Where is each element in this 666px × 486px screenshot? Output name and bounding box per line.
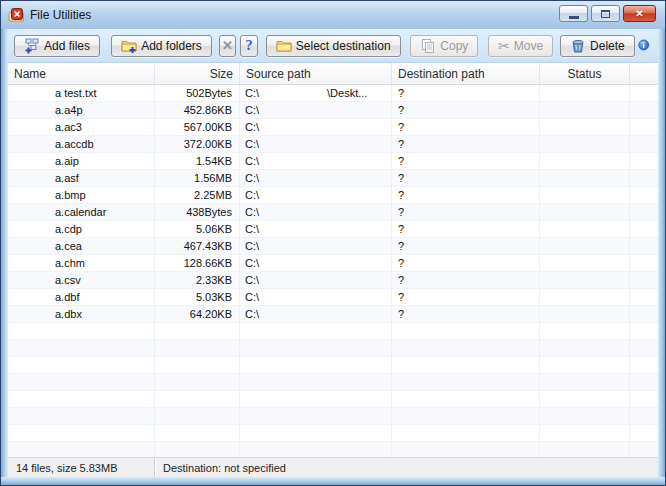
table-row[interactable]: a.dbf 5.03KB C:\ ? [8,289,658,306]
file-name-cell: a.dbx [8,306,155,322]
file-name-cell [8,442,155,457]
table-row[interactable]: a.calendar 438Bytes C:\ ? [8,204,658,221]
filler-cell [630,85,658,101]
move-button[interactable]: ✂ Move [488,35,553,57]
maximize-icon [601,10,610,18]
destination-path-cell [392,374,540,390]
empty-row[interactable] [8,374,658,391]
copy-button[interactable]: Copy [410,35,478,57]
source-path-cell [240,408,392,424]
statusbar: 14 files, size 5.83MB Destination: not s… [8,457,658,477]
move-label: Move [514,39,543,53]
file-size-cell: 567.00KB [155,119,240,135]
destination-path-cell: ? [392,204,540,220]
scissors-icon: ✂ [498,39,510,53]
status-cell [540,85,630,101]
table-row[interactable]: a test.txt 502Bytes C:\\Deskt... ? [8,85,658,102]
table-row[interactable]: a.cea 467.43KB C:\ ? [8,238,658,255]
add-folders-button[interactable]: Add folders [111,35,212,57]
status-cell [540,119,630,135]
filler-cell [630,306,658,322]
empty-row[interactable] [8,391,658,408]
file-name-cell [8,425,155,441]
table-row[interactable]: a.chm 128.66KB C:\ ? [8,255,658,272]
column-header-status[interactable]: Status [540,63,630,84]
file-size-cell [155,408,240,424]
file-name-cell: a.csv [8,272,155,288]
empty-row[interactable] [8,425,658,442]
titlebar[interactable]: File Utilities ✕ [1,1,665,29]
minimize-icon [569,16,579,19]
destination-path-cell [392,323,540,339]
destination-path-cell: ? [392,255,540,271]
filler-cell [630,272,658,288]
help-icon: ? [245,38,253,53]
file-name-cell: a.cdp [8,221,155,237]
column-header-size[interactable]: Size [155,63,240,84]
clear-list-button[interactable]: ✕ [219,35,236,57]
add-files-button[interactable]: Add files [14,35,100,57]
table-row[interactable]: a.asf 1.56MB C:\ ? [8,170,658,187]
copy-label: Copy [440,39,468,53]
status-cell [540,408,630,424]
table-row[interactable]: a.a4p 452.86KB C:\ ? [8,102,658,119]
table-row[interactable]: a.aip 1.54KB C:\ ? [8,153,658,170]
destination-path-cell: ? [392,85,540,101]
table-row[interactable]: a.bmp 2.25MB C:\ ? [8,187,658,204]
select-destination-button[interactable]: Select destination [266,35,401,57]
empty-row[interactable] [8,442,658,457]
column-header-name[interactable]: Name [8,63,155,84]
source-path-cell: C:\ [240,187,392,203]
delete-button[interactable]: Delete [560,35,635,57]
source-path-cell [240,340,392,356]
window-border-bottom [1,477,665,485]
empty-row[interactable] [8,357,658,374]
folder-icon [276,38,292,54]
file-size-cell: 5.06KB [155,221,240,237]
redacted-gap [259,93,327,94]
delete-label: Delete [590,39,625,53]
source-path-cell [240,374,392,390]
destination-path-cell: ? [392,187,540,203]
info-balloon-icon[interactable] [635,35,650,57]
filler-cell [630,102,658,118]
filler-cell [630,255,658,271]
table-row[interactable]: a.ac3 567.00KB C:\ ? [8,119,658,136]
status-cell [540,323,630,339]
source-path-cell: C:\ [240,119,392,135]
source-path-cell [240,442,392,457]
close-button[interactable]: ✕ [623,5,656,22]
help-button[interactable]: ? [240,35,257,57]
status-cell [540,374,630,390]
source-path-cell: C:\ [240,238,392,254]
empty-row[interactable] [8,323,658,340]
file-name-cell [8,408,155,424]
status-cell [540,340,630,356]
destination-path-cell: ? [392,102,540,118]
table-row[interactable]: a.csv 2.33KB C:\ ? [8,272,658,289]
source-path-cell: C:\ [240,221,392,237]
table-row[interactable]: a.dbx 64.20KB C:\ ? [8,306,658,323]
filler-cell [630,340,658,356]
column-header-destination[interactable]: Destination path [392,63,540,84]
file-size-cell: 467.43KB [155,238,240,254]
destination-path-cell: ? [392,136,540,152]
minimize-button[interactable] [559,5,588,22]
add-files-icon [24,38,40,54]
filler-cell [630,204,658,220]
maximize-button[interactable] [591,5,620,22]
table-row[interactable]: a.cdp 5.06KB C:\ ? [8,221,658,238]
column-header-filler [630,63,658,84]
window-controls: ✕ [559,5,656,22]
destination-path-cell: ? [392,153,540,169]
table-row[interactable]: a.accdb 372.00KB C:\ ? [8,136,658,153]
filler-cell [630,391,658,407]
table-header: Name Size Source path Destination path S… [8,63,658,85]
empty-row[interactable] [8,408,658,425]
status-cell [540,221,630,237]
empty-row[interactable] [8,340,658,357]
column-header-source[interactable]: Source path [240,63,392,84]
app-icon [8,7,24,23]
filler-cell [630,357,658,373]
file-size-cell [155,340,240,356]
